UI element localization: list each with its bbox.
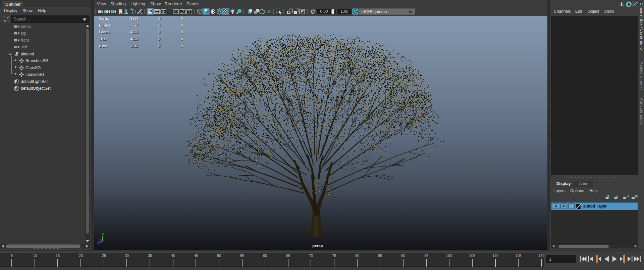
svg-text:ON: ON [354, 10, 357, 13]
svg-text:y: y [102, 232, 104, 236]
svg-text:T: T [188, 10, 190, 14]
svg-text:x: x [99, 238, 101, 241]
